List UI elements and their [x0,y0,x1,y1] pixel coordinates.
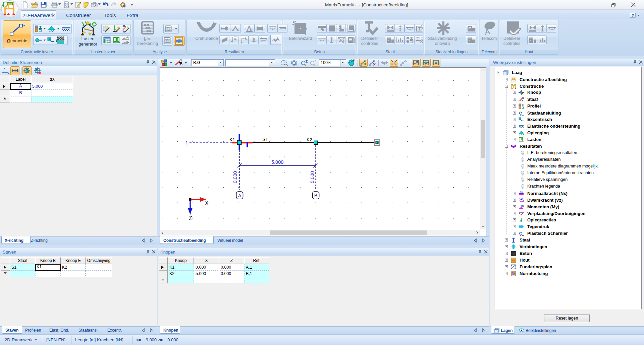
svg-text:X: X [205,200,209,206]
svg-text:Nx: Nx [520,191,523,193]
svg-text:A: A [238,193,241,198]
svg-text:Vz: Vz [521,198,524,200]
svg-text:?: ? [177,38,181,44]
svg-text:K2: K2 [307,137,312,142]
svg-text:K1: K1 [229,137,235,142]
svg-text:S1: S1 [262,137,268,142]
svg-text:B: B [314,193,318,198]
svg-text:1: 1 [185,140,188,145]
svg-text:5.000: 5.000 [271,159,283,165]
svg-text:0.000: 0.000 [232,171,238,183]
svg-text:My: My [521,205,524,207]
svg-text:5.000: 5.000 [310,171,315,183]
svg-text:Z: Z [189,215,192,221]
